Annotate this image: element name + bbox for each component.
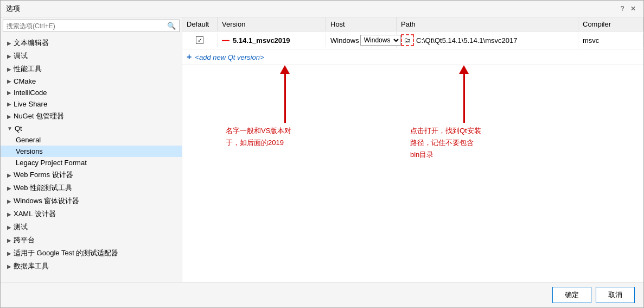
version-label: 5.14.1_msvc2019 bbox=[233, 36, 290, 45]
sidebar-item-test[interactable]: ▶ 测试 bbox=[1, 221, 182, 234]
sidebar-item-live-share[interactable]: ▶ Live Share bbox=[1, 98, 182, 110]
cell-default: ✓ bbox=[182, 34, 218, 47]
sidebar-item-qt-versions[interactable]: Versions bbox=[1, 146, 182, 157]
annotation-text2: 点击打开，找到Qt安装路径，记住不要包含bin目录 bbox=[410, 125, 481, 161]
options-dialog: 选项 ? ✕ 🔍 ▶ 文本编辑器 ▶ 调试 bbox=[0, 0, 644, 308]
arrow-shaft1 bbox=[284, 74, 286, 123]
arrow-shaft2 bbox=[463, 74, 465, 123]
ok-button[interactable]: 确定 bbox=[552, 287, 591, 303]
sidebar-item-perf-tools[interactable]: ▶ 性能工具 bbox=[1, 62, 182, 76]
search-input[interactable] bbox=[7, 22, 167, 30]
col-header-version: Version bbox=[218, 17, 326, 31]
sidebar-item-qt-legacy[interactable]: Legacy Project Format bbox=[1, 157, 182, 168]
sidebar-item-label: IntelliCode bbox=[14, 89, 47, 97]
path-value: C:\Qt\Qt5.14.1\5.14.1\msvc2017 bbox=[416, 36, 517, 45]
sidebar-item-label: Qt bbox=[15, 124, 22, 133]
bottom-bar: 确定 取消 bbox=[1, 282, 643, 307]
sidebar-item-label: 数据库工具 bbox=[14, 261, 49, 271]
expand-arrow: ▶ bbox=[7, 90, 11, 96]
arrow2 bbox=[459, 65, 469, 123]
sidebar-item-label: Web 性能测试工具 bbox=[14, 183, 72, 193]
sidebar-item-label: 测试 bbox=[14, 222, 28, 232]
path-browse-button[interactable]: 🗂 bbox=[401, 34, 414, 46]
col-header-compiler: Compiler bbox=[578, 17, 643, 31]
sidebar-item-label: Web Forms 设计器 bbox=[14, 170, 73, 180]
expand-arrow: ▶ bbox=[7, 78, 11, 84]
sidebar-item-crossplatform[interactable]: ▶ 跨平台 bbox=[1, 234, 182, 247]
add-icon: + bbox=[187, 52, 192, 62]
title-bar: 选项 ? ✕ bbox=[1, 1, 643, 17]
annotation-text1: 名字一般和VS版本对于，如后面的2019 bbox=[226, 125, 291, 149]
cancel-button[interactable]: 取消 bbox=[596, 287, 635, 303]
close-button[interactable]: ✕ bbox=[628, 4, 638, 14]
host-value: Windows bbox=[330, 36, 359, 45]
sidebar-item-label: XAML 设计器 bbox=[14, 209, 56, 219]
sidebar-item-googletest[interactable]: ▶ 适用于 Google Test 的测试适配器 bbox=[1, 247, 182, 260]
col-header-host: Host bbox=[326, 17, 397, 31]
sidebar-item-debug[interactable]: ▶ 调试 bbox=[1, 49, 182, 62]
sidebar-item-nuget[interactable]: ▶ NuGet 包管理器 bbox=[1, 110, 182, 123]
expand-arrow: ▶ bbox=[7, 66, 11, 72]
expand-arrow: ▶ bbox=[7, 172, 11, 178]
sidebar-item-label: Live Share bbox=[14, 100, 47, 108]
expand-arrow: ▶ bbox=[7, 101, 11, 107]
sidebar-item-label: 调试 bbox=[14, 51, 28, 61]
help-button[interactable]: ? bbox=[617, 4, 627, 14]
col-header-default: Default bbox=[182, 17, 218, 31]
left-panel: 🔍 ▶ 文本编辑器 ▶ 调试 ▶ 性能工具 ▶ CMake bbox=[1, 17, 182, 282]
cell-path: 🗂 C:\Qt\Qt5.14.1\5.14.1\msvc2017 bbox=[397, 32, 578, 49]
main-content: 🔍 ▶ 文本编辑器 ▶ 调试 ▶ 性能工具 ▶ CMake bbox=[1, 17, 643, 282]
sidebar-item-label: 适用于 Google Test 的测试适配器 bbox=[14, 248, 118, 258]
arrow1 bbox=[280, 65, 290, 123]
add-label: <add new Qt version> bbox=[195, 53, 264, 61]
sidebar-item-label: 跨平台 bbox=[14, 235, 35, 245]
annotation-area: 名字一般和VS版本对于，如后面的2019 点击打开，找到Qt安装路径，记住不要包… bbox=[182, 65, 643, 282]
table-row: ✓ — 5.14.1_msvc2019 Windows Windows Linu… bbox=[182, 32, 643, 49]
sidebar-item-qt-general[interactable]: General bbox=[1, 134, 182, 146]
arrowhead2 bbox=[459, 65, 469, 74]
sidebar-item-label: Versions bbox=[16, 147, 43, 155]
right-panel: Default Version Host Path Compiler ✓ — 5… bbox=[182, 17, 643, 282]
sidebar-item-label: Legacy Project Format bbox=[16, 159, 87, 167]
sidebar-item-webperf[interactable]: ▶ Web 性能测试工具 bbox=[1, 181, 182, 194]
table-header: Default Version Host Path Compiler bbox=[182, 17, 643, 32]
sidebar-item-xaml[interactable]: ▶ XAML 设计器 bbox=[1, 208, 182, 221]
expand-arrow: ▶ bbox=[7, 198, 11, 204]
host-select[interactable]: Windows Linux macOS bbox=[360, 35, 401, 46]
sidebar-item-intellicode[interactable]: ▶ IntelliCode bbox=[1, 87, 182, 98]
sidebar-item-label: Windows 窗体设计器 bbox=[14, 196, 79, 206]
sidebar-item-cmake[interactable]: ▶ CMake bbox=[1, 76, 182, 87]
sidebar-item-webforms[interactable]: ▶ Web Forms 设计器 bbox=[1, 168, 182, 181]
expand-arrow: ▶ bbox=[7, 263, 11, 269]
sidebar-item-label: 文本编辑器 bbox=[14, 38, 49, 48]
checkbox[interactable]: ✓ bbox=[196, 36, 203, 44]
col-header-path: Path bbox=[397, 17, 578, 31]
expand-arrow: ▶ bbox=[7, 237, 11, 243]
add-version-row[interactable]: + <add new Qt version> bbox=[182, 49, 643, 65]
sidebar-item-datatools[interactable]: ▶ 数据库工具 bbox=[1, 260, 182, 273]
arrowhead1 bbox=[280, 65, 290, 74]
search-box: 🔍 bbox=[3, 20, 180, 32]
sidebar-item-label: General bbox=[16, 136, 41, 144]
sidebar-item-text-editor[interactable]: ▶ 文本编辑器 bbox=[1, 36, 182, 49]
cell-host: Windows Windows Linux macOS bbox=[326, 32, 397, 48]
title-bar-buttons: ? ✕ bbox=[617, 4, 638, 14]
expand-arrow: ▶ bbox=[7, 185, 11, 191]
tree-container: ▶ 文本编辑器 ▶ 调试 ▶ 性能工具 ▶ CMake ▶ IntelliC bbox=[1, 34, 182, 282]
expand-arrow: ▶ bbox=[7, 114, 11, 120]
sidebar-item-label: NuGet 包管理器 bbox=[14, 111, 64, 121]
folder-icon: 🗂 bbox=[404, 36, 411, 44]
dialog-title: 选项 bbox=[6, 4, 20, 14]
cell-compiler: msvc bbox=[578, 34, 643, 47]
table-body: ✓ — 5.14.1_msvc2019 Windows Windows Linu… bbox=[182, 32, 643, 65]
expand-arrow: ▶ bbox=[7, 53, 11, 59]
sidebar-item-label: 性能工具 bbox=[14, 64, 42, 74]
expand-arrow: ▶ bbox=[7, 224, 11, 230]
sidebar-item-label: CMake bbox=[14, 77, 36, 85]
search-icon: 🔍 bbox=[167, 22, 176, 30]
sidebar-item-winforms[interactable]: ▶ Windows 窗体设计器 bbox=[1, 194, 182, 208]
expand-arrow: ▶ bbox=[7, 250, 11, 256]
sidebar-item-qt[interactable]: ▼ Qt bbox=[1, 123, 182, 134]
expand-arrow: ▶ bbox=[7, 211, 11, 217]
version-dash: — bbox=[222, 36, 229, 45]
